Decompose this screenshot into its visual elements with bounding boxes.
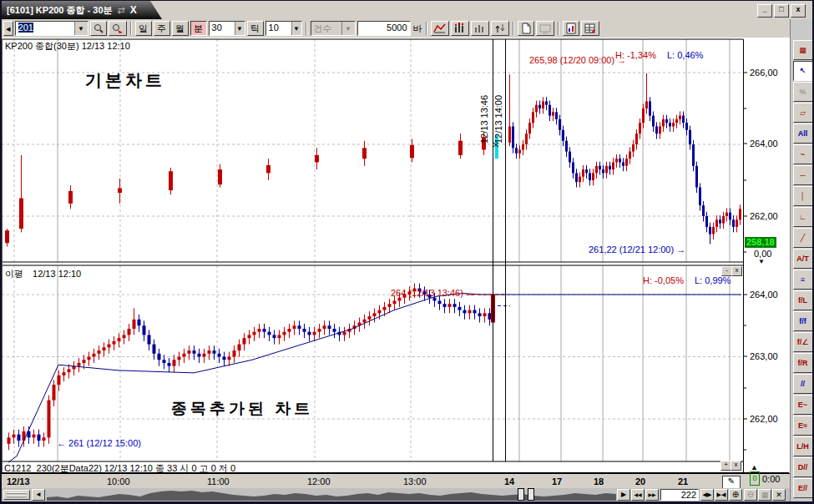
hatch-e-icon: E// xyxy=(798,484,807,492)
tool-erase-one-button[interactable]: ▱ xyxy=(793,103,813,123)
period-day-button[interactable]: 일 xyxy=(135,21,152,36)
close-button[interactable]: x xyxy=(791,4,806,18)
nav-play-button[interactable]: ▶ xyxy=(617,489,630,501)
tool-erase-all-button[interactable]: All xyxy=(793,123,813,144)
expand-range-button[interactable]: ◀▶ xyxy=(700,489,714,501)
tool-pointer-button[interactable]: ↖ xyxy=(793,61,813,81)
sidebar-spacer xyxy=(791,19,814,39)
time-axis-label: 12:00 xyxy=(307,476,331,486)
period-month-button[interactable]: 월 xyxy=(172,21,189,36)
period-week-button[interactable]: 주 xyxy=(154,21,170,36)
fibo-arc-icon: f/f xyxy=(799,317,806,325)
percent-measure-icon: % xyxy=(799,88,806,96)
tool-text-note-button[interactable]: A/T xyxy=(793,249,813,269)
range-handle-left[interactable] xyxy=(518,488,524,501)
splitter-handle[interactable] xyxy=(3,490,30,500)
angle-line-icon: ∟ xyxy=(799,213,806,221)
search-jump-button[interactable] xyxy=(109,21,127,36)
text-note-icon: A/T xyxy=(796,255,809,263)
tick-combo[interactable]: 10 ▼ xyxy=(265,21,302,36)
grid-view-button[interactable] xyxy=(581,21,599,36)
pane-close-button[interactable]: x xyxy=(731,266,742,276)
new-document-button[interactable] xyxy=(518,21,534,36)
arrow-right-icon: → xyxy=(676,244,685,255)
tool-fibo-retracement-button[interactable]: f/L xyxy=(793,290,813,310)
line-chart-icon xyxy=(433,23,447,34)
tick-value: 10 xyxy=(266,22,291,35)
zoom-out-button[interactable]: ⊖ xyxy=(744,489,757,501)
period-minute-button[interactable]: 분 xyxy=(190,21,207,36)
pencil-icon: ✎ xyxy=(728,476,735,486)
collapse-range-button[interactable]: ▶◀ xyxy=(715,489,728,501)
annotation-edit-button[interactable]: ✎ xyxy=(722,476,741,489)
tool-angle-line-button[interactable]: ∟ xyxy=(793,207,813,227)
tool-fibo-arc-button[interactable]: f/f xyxy=(793,311,813,331)
tick-button[interactable]: 틱 xyxy=(247,21,264,36)
tool-low-high-button[interactable]: L/H xyxy=(793,436,813,456)
window-controls: _ □ x xyxy=(757,4,806,18)
tool-price-levels-button[interactable]: ≡ xyxy=(793,270,813,290)
chart-tab[interactable]: [6101] KP200 종합 - 30분 ⇄ X xyxy=(2,1,162,19)
bars-count-input[interactable]: 5000 xyxy=(357,21,411,36)
tool-chart-pattern-button[interactable]: ▦ xyxy=(793,40,813,60)
symbol-input[interactable]: 201 xyxy=(16,22,74,35)
sort-updown-button[interactable] xyxy=(491,21,509,36)
tool-fibo-fan-button[interactable]: f/∠ xyxy=(793,332,813,352)
tool-parallel-channel-button[interactable]: // xyxy=(793,374,813,394)
line-chart-type-button[interactable] xyxy=(431,21,449,36)
symbol-value: 201 xyxy=(18,23,33,33)
interval-value: 30 xyxy=(210,22,235,35)
grid-window-button[interactable]: ▦ xyxy=(758,489,771,501)
search-button[interactable] xyxy=(90,21,107,36)
chart-canvas[interactable]: KP200 종합(30분) 12/13 12:10 기본차트 12/13 13:… xyxy=(2,38,790,473)
toolbar-separator xyxy=(426,22,427,35)
price-tick-label: 263,00 xyxy=(750,351,778,361)
scroll-left-button[interactable]: ◄ xyxy=(32,489,45,501)
time-marker-label: 0:00 xyxy=(762,474,780,484)
tool-elliott-wave-1-button[interactable]: E~ xyxy=(793,395,813,415)
drawing-toolbar: ▦↖%▱All~─│∟╱A/T≡f/Lf/ff/∠f/R//E~E≈L/HD//… xyxy=(790,19,814,504)
report-chart-icon xyxy=(565,23,577,34)
bar-chart-type-button[interactable] xyxy=(471,21,489,36)
monitor-icon xyxy=(538,23,552,34)
candle-chart-type-button[interactable] xyxy=(451,21,469,36)
top-low-label: L: 0,46% xyxy=(667,50,703,60)
arrow-left-icon: ← xyxy=(57,438,66,448)
monitor-button xyxy=(536,21,554,36)
nav-rewind-button[interactable]: ◀◀ xyxy=(631,489,645,501)
fibo-ratio-icon: f/R xyxy=(798,359,808,367)
range-handle-right[interactable] xyxy=(528,488,534,501)
interval-dropdown-icon[interactable]: ▼ xyxy=(235,22,245,35)
bottom-low-label: L: 0,99% xyxy=(695,275,731,285)
trend-line-icon: ╱ xyxy=(801,234,805,242)
interval-combo[interactable]: 30 ▼ xyxy=(209,21,245,36)
tool-free-line-button[interactable]: ~ xyxy=(793,144,813,164)
symbol-spin-left-button[interactable]: ◂ xyxy=(3,21,13,36)
tab-close-icon[interactable]: X xyxy=(130,4,137,16)
zoom-in-button[interactable]: ⊕ xyxy=(729,489,742,501)
tool-percent-measure-button[interactable]: % xyxy=(793,82,813,102)
symbol-combo[interactable]: 201 ▼ xyxy=(15,21,88,36)
minimize-button[interactable]: _ xyxy=(757,4,772,18)
report-chart-button[interactable] xyxy=(563,21,579,36)
tool-hatch-d-button[interactable]: D// xyxy=(793,457,813,477)
tick-dropdown-icon[interactable]: ▼ xyxy=(291,22,301,35)
nav-forward-button[interactable]: ▶▶ xyxy=(645,489,659,501)
top-low-annotation: 261,22 (12/21 12:00) → xyxy=(589,244,685,255)
bottom-low-annotation: ← 261 (12/12 15:00) xyxy=(57,438,141,448)
tool-horizontal-line-button[interactable]: ─ xyxy=(793,165,813,185)
bar-count-input[interactable]: 222 xyxy=(660,489,699,501)
tool-elliott-wave-2-button[interactable]: E≈ xyxy=(793,416,813,436)
tool-hatch-e-button[interactable]: E// xyxy=(793,478,813,498)
tool-trend-line-button[interactable]: ╱ xyxy=(793,228,813,248)
tool-fibo-ratio-button[interactable]: f/R xyxy=(793,353,813,373)
close-navigator-button[interactable]: ✕ xyxy=(772,489,786,501)
count-label: 건수 xyxy=(311,22,341,35)
tool-vertical-line-button[interactable]: │ xyxy=(793,186,813,206)
maximize-button[interactable]: □ xyxy=(774,4,789,18)
chart-pattern-icon: ▦ xyxy=(799,46,806,54)
swap-icon[interactable]: ⇄ xyxy=(118,5,125,16)
time-axis-label: 20 xyxy=(635,476,645,486)
symbol-dropdown-icon[interactable]: ▼ xyxy=(74,22,88,35)
pane-close2-button[interactable]: x xyxy=(731,461,741,471)
